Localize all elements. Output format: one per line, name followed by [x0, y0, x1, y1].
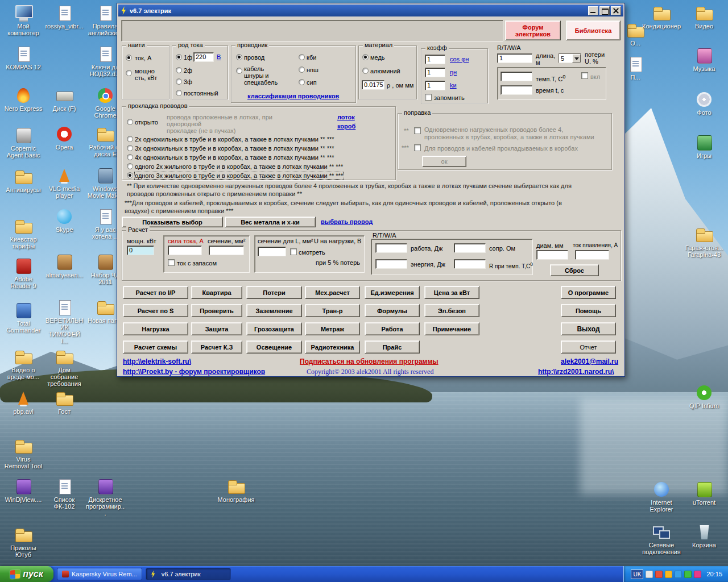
prays-button[interactable]: Прайс	[365, 340, 420, 354]
tray-update-icon[interactable]	[665, 571, 672, 578]
vkl-checkbox[interactable]	[581, 72, 588, 79]
desktop-icon-qip[interactable]: QIP Infium	[684, 384, 724, 409]
phase2-radio[interactable]	[176, 67, 182, 73]
otchet-button[interactable]: Отчет	[561, 340, 616, 354]
remember-label[interactable]: запомнить	[434, 94, 465, 101]
ed-izmereniya-button[interactable]: Ед.измерения	[365, 286, 420, 299]
sip-radio[interactable]	[299, 79, 305, 85]
tray-messenger-icon[interactable]	[684, 571, 692, 578]
margin-checkbox[interactable]	[168, 259, 175, 266]
desktop-icon-foto[interactable]: Фото	[684, 91, 724, 116]
section-l-input[interactable]	[258, 247, 286, 256]
eta-link[interactable]: ηн	[450, 69, 457, 76]
two-single-core-label[interactable]: 2х одножильных в трубе и в коробах, а та…	[135, 136, 334, 143]
desktop-icon-gost[interactable]: Гост	[44, 390, 84, 415]
aluminum-label[interactable]: алюминий	[370, 68, 400, 74]
length-input[interactable]: 1	[497, 53, 532, 63]
find-power-label[interactable]: мощно сть, кВт	[135, 68, 157, 81]
correction-checkbox-1[interactable]	[414, 127, 421, 134]
choose-wire-link[interactable]: выбрать провод	[321, 218, 373, 225]
desktop-icon-rossiya[interactable]: rossiya_vibr...	[44, 5, 84, 30]
dc-radio[interactable]	[176, 90, 182, 96]
desktop-icon-dom-sobranie[interactable]: Дом собрание требования	[44, 348, 84, 387]
four-single-core-radio[interactable]	[127, 154, 133, 160]
sip-label[interactable]: сип	[307, 79, 317, 86]
desktop-icon-network-connections[interactable]: Сетевые подключения	[642, 523, 681, 555]
phase1-label[interactable]: 1ф	[184, 54, 192, 61]
metrazh-button[interactable]: Метраж	[305, 322, 360, 335]
desktop-icon-internet-explorer[interactable]: Internet Explorer	[642, 481, 681, 513]
dc-label[interactable]: постоянный	[184, 90, 218, 97]
find-current-radio[interactable]	[126, 55, 132, 61]
raschet-shemy-button[interactable]: Расчет схемы	[123, 340, 188, 354]
pomoshch-button[interactable]: Помощь	[561, 304, 616, 317]
desktop-icon-muzyka[interactable]: Музыка	[684, 47, 724, 72]
rho-input[interactable]: 0.0175	[362, 80, 384, 90]
time-input[interactable]	[500, 85, 532, 95]
r-temp-input[interactable]	[454, 259, 486, 269]
remember-checkbox[interactable]	[425, 94, 432, 101]
close-button[interactable]	[611, 6, 621, 15]
raschet-kz-button[interactable]: Расчет К.З	[191, 340, 242, 354]
desktop-icon-copernic[interactable]: Copernic Agent Basic	[3, 127, 43, 159]
open-radio[interactable]	[127, 119, 133, 125]
tray-misc-icon[interactable]	[694, 571, 701, 578]
poteri-button[interactable]: Потери	[246, 286, 302, 299]
work-input[interactable]	[375, 243, 407, 253]
desktop-icon-kievstar[interactable]: Киевстар тарифы	[3, 218, 43, 250]
window-titlebar[interactable]: v6.7 электрик	[118, 5, 623, 16]
maximize-button[interactable]	[599, 6, 610, 15]
resistance-input[interactable]	[454, 243, 486, 253]
energy-input[interactable]	[375, 259, 407, 269]
open-label[interactable]: открыто	[135, 119, 158, 126]
three-single-core-radio[interactable]	[127, 145, 133, 151]
desktop-icon-nero[interactable]: Nero Express	[3, 87, 43, 112]
radiotehnika-button[interactable]: Радиотехника	[305, 340, 360, 354]
desktop-icon-diskretnoe[interactable]: Дискретное программир...	[85, 478, 125, 517]
cable-label[interactable]: кабель шнуры и спецкабель	[244, 65, 278, 86]
site-link-proekt-by[interactable]: http:\\Proekt.by - форум проектировщиков	[123, 368, 265, 375]
tray-link[interactable]: лоток	[337, 114, 355, 120]
vkl-label[interactable]: вкл	[590, 73, 600, 80]
temp-input[interactable]	[500, 72, 532, 81]
subscribe-link[interactable]: Подписаться на обновления программы	[300, 358, 439, 365]
desktop-icon-utorrent[interactable]: uTorrent	[684, 481, 724, 506]
loss-dropdown[interactable]: 5	[559, 53, 581, 63]
three-single-core-label[interactable]: 3х одножильных в трубе и в коробах, а та…	[135, 145, 334, 152]
site-link-rzd2001[interactable]: http:\\rzd2001.narod.ru\	[538, 368, 614, 375]
kbi-radio[interactable]	[299, 54, 305, 60]
desktop-icon-pbp-avi[interactable]: pbp.avi	[3, 390, 43, 415]
proverit-button[interactable]: Проверить	[191, 304, 242, 317]
start-button[interactable]: пуск	[0, 566, 53, 582]
desktop-icon-opera[interactable]: Opera	[44, 126, 84, 151]
melting-input[interactable]	[575, 250, 609, 260]
npsh-label[interactable]: нпш	[307, 66, 318, 73]
meh-raschet-button[interactable]: Мех.расчет	[305, 286, 360, 299]
tray-clock[interactable]: 20:15	[706, 571, 722, 577]
correction-ok-button[interactable]: ок	[422, 156, 466, 167]
desktop-icon-kondicioner[interactable]: Кондиционер	[642, 5, 681, 30]
tray-volume-icon[interactable]	[646, 571, 653, 578]
find-current-label[interactable]: ток, А	[135, 55, 151, 61]
formuly-button[interactable]: Формулы	[365, 304, 420, 317]
tray-antivirus-icon[interactable]	[655, 571, 663, 578]
desktop-icon-disk-f[interactable]: Диск (F)	[44, 87, 84, 112]
desktop-icon-skype[interactable]: Skype	[44, 208, 84, 233]
desktop-icon-veretilnik[interactable]: ВЕРЕТИЛЬНИК ТИМОФЕЙ I...	[44, 299, 84, 344]
duct-link[interactable]: короб	[337, 123, 355, 130]
desktop-icon-total-commander[interactable]: Total Commander	[3, 302, 43, 334]
site-link-elektrik-soft[interactable]: http:\\elektrik-soft.ru\	[123, 358, 191, 365]
phase1-radio[interactable]	[176, 54, 182, 60]
desktop-icon-igry[interactable]: Игры	[684, 134, 724, 159]
find-power-radio[interactable]	[126, 70, 132, 76]
cos-phi-link[interactable]: cos φн	[450, 56, 469, 63]
tran-r-button[interactable]: Тран-р	[305, 304, 360, 317]
desktop-icon-spisok-fk[interactable]: Список ФК-102	[44, 478, 84, 510]
el-bezop-button[interactable]: Эл.безоп	[424, 304, 479, 317]
phase3-radio[interactable]	[176, 78, 182, 85]
library-button[interactable]: Библиотека	[566, 20, 621, 40]
desktop-icon-korzina[interactable]: Корзина	[684, 523, 724, 548]
zazemlenie-button[interactable]: Заземление	[246, 304, 302, 317]
desktop-icon-windjview[interactable]: WinDjView....	[3, 478, 43, 503]
margin-label[interactable]: ток с запасом	[177, 260, 217, 267]
